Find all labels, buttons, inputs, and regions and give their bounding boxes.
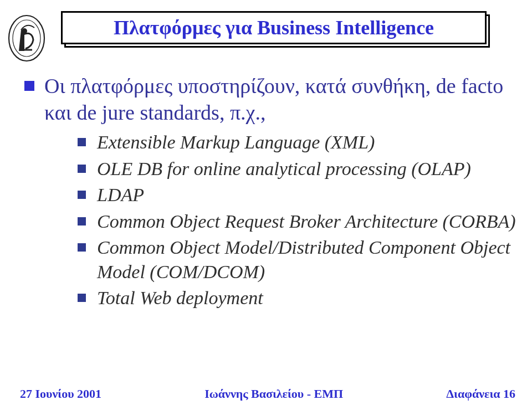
content-area: Οι πλατφόρμες υποστηρίζουν, κατά συνθήκη… [24, 73, 519, 310]
sub-bullet-text: Extensible Markup Language (XML) [97, 130, 375, 155]
square-bullet-icon [78, 191, 86, 199]
sub-bullet-text: LDAP [97, 183, 144, 207]
bullet-level2: OLE DB for online analytical processing … [78, 157, 519, 181]
title-box: Πλατφόρμες για Business Intelligence [61, 11, 487, 44]
square-bullet-icon [78, 217, 86, 226]
square-bullet-icon [78, 165, 86, 173]
svg-point-0 [9, 16, 44, 61]
footer-author: Ιωάννης Βασιλείου - ΕΜΠ [204, 387, 343, 401]
footer-date: 27 Ιουνίου 2001 [20, 387, 101, 401]
square-bullet-icon [78, 294, 86, 302]
title-front: Πλατφόρμες για Business Intelligence [61, 11, 487, 44]
university-seal-icon [8, 14, 45, 62]
bullet-level2: LDAP [78, 183, 519, 207]
bullet-level1: Οι πλατφόρμες υποστηρίζουν, κατά συνθήκη… [24, 73, 519, 126]
square-bullet-icon [78, 138, 86, 146]
bullet-level2: Common Object Model/Distributed Componen… [78, 235, 519, 284]
sub-bullet-text: Common Object Model/Distributed Componen… [97, 235, 519, 284]
footer-slide-number: Διαφάνεια 16 [446, 387, 515, 401]
bullet-main-text: Οι πλατφόρμες υποστηρίζουν, κατά συνθήκη… [44, 73, 519, 126]
sub-bullet-list: Extensible Markup Language (XML) OLE DB … [78, 130, 519, 310]
bullet-level2: Total Web deployment [78, 286, 519, 310]
slide: Πλατφόρμες για Business Intelligence Οι … [0, 0, 532, 410]
sub-bullet-text: Total Web deployment [97, 286, 263, 310]
footer: 27 Ιουνίου 2001 Ιωάννης Βασιλείου - ΕΜΠ … [0, 387, 532, 401]
slide-title: Πλατφόρμες για Business Intelligence [68, 16, 479, 39]
bullet-level2: Common Object Request Broker Architectur… [78, 209, 519, 234]
logo-container [8, 14, 45, 64]
square-bullet-icon [78, 243, 86, 252]
sub-bullet-text: Common Object Request Broker Architectur… [97, 209, 516, 234]
bullet-level2: Extensible Markup Language (XML) [78, 130, 519, 155]
square-bullet-icon [24, 81, 34, 91]
sub-bullet-text: OLE DB for online analytical processing … [97, 157, 471, 181]
